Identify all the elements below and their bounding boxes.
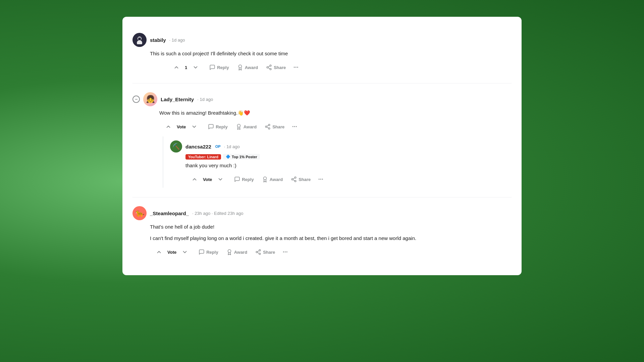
share-button-stabily[interactable]: Share	[263, 62, 289, 72]
svg-point-17	[291, 179, 293, 180]
svg-line-8	[268, 66, 270, 67]
downvote-icon-steam	[182, 249, 188, 255]
collapse-button-lady[interactable]: −	[132, 96, 140, 103]
comment-text-lady: Wow this is amazing! Breathtaking.👋❤️	[159, 109, 512, 117]
upvote-icon-dancsa	[192, 176, 198, 182]
avatar-lady: 👧	[143, 92, 157, 106]
action-bar-lady: Vote Reply Award Share ···	[159, 120, 512, 133]
svg-point-1	[137, 40, 142, 44]
action-bar-dancsa: Vote Reply Award	[185, 173, 512, 186]
comment-text-steam-1: That's one hell of a job dude!	[150, 223, 512, 231]
more-button-stabily[interactable]: ···	[290, 62, 301, 73]
svg-point-16	[294, 177, 296, 179]
share-button-dancsa[interactable]: Share	[287, 174, 314, 184]
vote-count-stabily: 1	[185, 65, 187, 70]
svg-point-4	[270, 65, 271, 67]
svg-line-14	[267, 125, 269, 126]
share-icon-steam	[255, 249, 261, 255]
divider-2	[132, 197, 512, 197]
upvote-icon	[173, 64, 179, 70]
timestamp-dancsa: · 1d ago	[224, 144, 240, 149]
comment-text-steam-2: I can't find myself playing long on a wo…	[150, 234, 512, 242]
timestamp-lady: · 1d ago	[197, 97, 213, 102]
svg-rect-2	[138, 38, 141, 40]
downvote-button-lady[interactable]	[188, 122, 201, 132]
upvote-icon-steam	[156, 249, 162, 255]
username-lady[interactable]: Lady_Eternity	[161, 97, 194, 102]
upvote-button-stabily[interactable]	[170, 62, 183, 72]
svg-point-18	[294, 180, 296, 182]
share-icon-stabily	[266, 64, 272, 70]
comment-lady: − 👧 Lady_Eternity · 1d ago Wow this is a…	[122, 86, 522, 194]
downvote-button-steam[interactable]	[178, 247, 191, 257]
svg-point-21	[228, 250, 231, 253]
more-button-dancsa[interactable]: ···	[315, 174, 326, 185]
share-icon-lady	[265, 124, 271, 130]
vote-label-steam: Vote	[166, 250, 178, 255]
svg-line-25	[258, 252, 259, 253]
timestamp-stabily: · 1d ago	[169, 38, 185, 43]
share-icon-dancsa	[291, 176, 297, 182]
reply-icon-dancsa	[234, 176, 240, 182]
more-button-lady[interactable]: ···	[289, 121, 300, 132]
reply-button-lady[interactable]: Reply	[205, 122, 231, 132]
award-icon-stabily	[237, 64, 243, 70]
svg-point-10	[268, 124, 270, 126]
award-icon-steam	[226, 249, 232, 255]
svg-line-26	[258, 251, 259, 252]
divider-1	[132, 83, 512, 83]
svg-point-23	[256, 251, 258, 253]
action-bar-stabily: 1 Reply Award Share ···	[167, 61, 512, 74]
award-button-lady[interactable]: Award	[232, 122, 260, 132]
award-button-stabily[interactable]: Award	[234, 62, 262, 72]
svg-point-6	[270, 68, 271, 70]
svg-line-20	[293, 178, 295, 179]
avatar-stabily	[132, 33, 147, 47]
reply-icon-lady	[208, 124, 214, 130]
vote-group-stabily: 1	[167, 61, 205, 74]
username-dancsa[interactable]: dancsa222	[185, 144, 211, 149]
upvote-button-steam[interactable]	[153, 247, 165, 257]
award-button-dancsa[interactable]: Award	[259, 174, 286, 184]
reply-icon-stabily	[209, 64, 215, 70]
share-button-steam[interactable]: Share	[252, 247, 278, 257]
svg-point-5	[267, 67, 268, 68]
reply-button-steam[interactable]: Reply	[195, 247, 221, 257]
svg-point-9	[237, 124, 240, 127]
upvote-icon-lady	[165, 124, 171, 130]
downvote-icon-dancsa	[217, 176, 223, 182]
upvote-button-lady[interactable]	[162, 122, 175, 132]
downvote-button-dancsa[interactable]	[214, 174, 227, 184]
svg-line-19	[293, 180, 295, 181]
comment-steam: 🐆 _Steamleopard_ · 23h ago · Edited 23h …	[122, 200, 522, 265]
svg-point-3	[238, 65, 241, 68]
username-stabily[interactable]: stabily	[150, 37, 166, 43]
more-button-steam[interactable]: ···	[280, 247, 290, 257]
badge-top1-icon: 🔷	[226, 155, 230, 159]
svg-line-13	[267, 127, 269, 128]
upvote-button-dancsa[interactable]	[188, 174, 201, 184]
svg-point-22	[259, 250, 261, 251]
badge-youtuber: YouTuber: Linard	[185, 154, 221, 160]
downvote-button-stabily[interactable]	[189, 62, 202, 72]
comment-stabily: stabily · 1d ago This is such a cool pro…	[122, 27, 522, 80]
vote-label-lady: Vote	[175, 124, 187, 129]
award-icon-lady	[236, 124, 242, 130]
award-icon-dancsa	[262, 176, 268, 182]
vote-label-dancsa: Vote	[202, 177, 213, 182]
action-bar-steam: Vote Reply Award Share ···	[150, 246, 512, 258]
svg-line-7	[268, 68, 270, 69]
svg-point-12	[268, 128, 270, 129]
username-steam[interactable]: _Steamleopard_	[150, 210, 189, 216]
vote-group-lady: Vote	[159, 120, 203, 133]
reply-button-dancsa[interactable]: Reply	[231, 174, 257, 184]
comments-card: stabily · 1d ago This is such a cool pro…	[122, 17, 522, 275]
downvote-icon-lady	[191, 124, 197, 130]
reply-button-stabily[interactable]: Reply	[206, 62, 232, 72]
share-button-lady[interactable]: Share	[261, 122, 288, 132]
svg-point-24	[259, 253, 261, 255]
badge-top1: 🔷 Top 1% Poster	[223, 154, 260, 160]
svg-point-11	[265, 126, 267, 128]
vote-group-steam: Vote	[150, 246, 194, 258]
award-button-steam[interactable]: Award	[223, 247, 251, 257]
